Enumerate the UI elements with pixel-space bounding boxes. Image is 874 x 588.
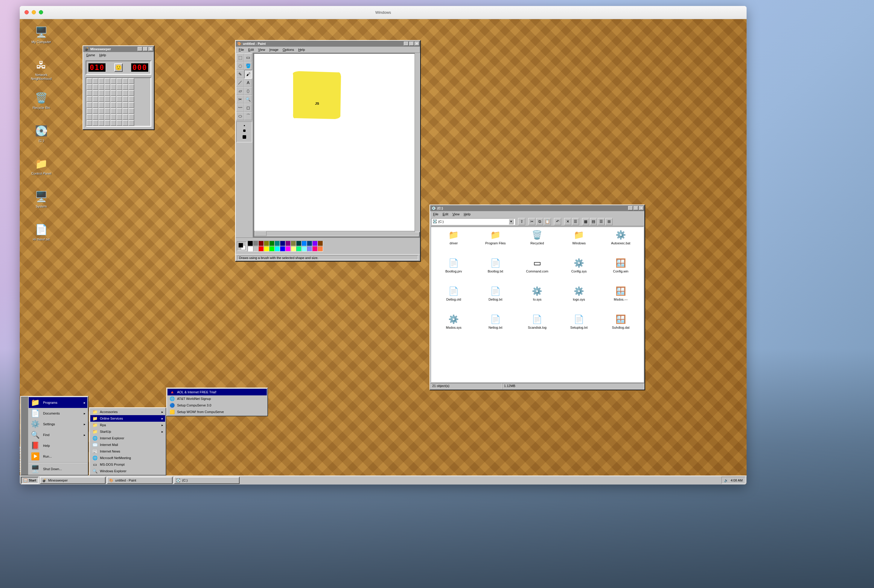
menu-options[interactable]: Options [281, 47, 296, 52]
file-item[interactable]: 📁driver [433, 230, 474, 256]
file-item[interactable]: ⚙️Config.sys [559, 258, 600, 284]
desktop-icon-network[interactable]: 🖧Network Neighborhood [26, 58, 57, 81]
palette-color[interactable] [269, 246, 274, 252]
paint-tool[interactable]: ◻ [244, 104, 252, 112]
mine-cell[interactable] [98, 108, 104, 114]
menu-view[interactable]: View [451, 212, 462, 216]
palette-color[interactable] [296, 246, 301, 252]
menu-edit[interactable]: Edit [441, 212, 450, 216]
mine-cell[interactable] [116, 90, 122, 96]
mine-cell[interactable] [110, 120, 116, 126]
mine-cell[interactable] [128, 90, 134, 96]
mine-cell[interactable] [98, 120, 104, 126]
paint-tool[interactable]: ▱ [236, 87, 244, 95]
mine-cell[interactable] [87, 78, 93, 84]
desktop-icon-system[interactable]: 🖥️System [26, 190, 57, 208]
mac-minimize-button[interactable] [32, 10, 36, 14]
submenu-item[interactable]: 📁Accessories▸ [90, 408, 165, 415]
file-item[interactable]: 📄Scandisk.log [517, 314, 558, 340]
paint-tool[interactable]: ◌ [236, 62, 244, 70]
mine-cell[interactable] [104, 108, 110, 114]
desktop-icon-control-panel[interactable]: 📁Control Panel [26, 157, 57, 176]
palette-color[interactable] [274, 241, 280, 246]
copy-button[interactable]: ⧉ [536, 218, 543, 225]
menu-game[interactable]: Game [84, 52, 97, 57]
mine-cell[interactable] [93, 78, 98, 84]
taskbar-task[interactable]: 💽(C:) [174, 477, 240, 484]
minimize-button[interactable]: _ [628, 206, 633, 210]
mine-cell[interactable] [87, 102, 93, 108]
maximize-button[interactable]: □ [143, 47, 148, 51]
mine-cell[interactable] [116, 108, 122, 114]
brush-options[interactable] [236, 122, 252, 142]
mine-cell[interactable] [104, 102, 110, 108]
mine-cell[interactable] [87, 96, 93, 102]
minesweeper-titlebar[interactable]: 💣 Minesweeper _ □ ✕ [83, 46, 154, 52]
paint-tool[interactable]: ／ [236, 78, 244, 87]
maximize-button[interactable]: □ [634, 206, 638, 210]
mine-cell[interactable] [93, 114, 98, 120]
mine-cell[interactable] [116, 120, 122, 126]
file-item[interactable]: ⚙️Msdos.sys [433, 314, 474, 340]
mine-cell[interactable] [110, 84, 116, 90]
paint-canvas[interactable]: JS [254, 54, 419, 231]
mine-cell[interactable] [87, 84, 93, 90]
large-icons-button[interactable]: ▦ [582, 218, 589, 225]
mine-cell[interactable] [98, 96, 104, 102]
submenu-item[interactable]: 🔵Setup CompuServe 3.0 [168, 402, 267, 408]
palette-color[interactable] [285, 246, 291, 252]
paint-tool[interactable]: ▭ [244, 53, 252, 62]
palette-color[interactable] [296, 241, 301, 246]
start-menu-item[interactable]: 📁Programs▸ [29, 397, 87, 408]
file-item[interactable]: 📄Bootlog.txt [475, 258, 516, 284]
address-combo[interactable]: 💽 (C:) ▾ [431, 218, 515, 225]
palette-color[interactable] [301, 241, 307, 246]
maximize-button[interactable]: □ [409, 42, 414, 46]
tray-volume-icon[interactable]: 🔊 [724, 478, 728, 482]
mine-cell[interactable] [104, 78, 110, 84]
desktop-icon-my-computer[interactable]: 🖥️My Computer [26, 25, 57, 44]
submenu-item[interactable]: 📁Online Services▸ [90, 415, 165, 422]
paint-tool[interactable]: 🔍 [244, 95, 252, 104]
mine-cell[interactable] [128, 108, 134, 114]
mine-cell[interactable] [116, 114, 122, 120]
paste-button[interactable]: 📋 [544, 218, 551, 225]
paint-tool[interactable]: A [244, 78, 252, 87]
mine-cell[interactable] [128, 96, 134, 102]
file-item[interactable]: 📄Bootlog.prv [433, 258, 474, 284]
mine-cell[interactable] [116, 84, 122, 90]
face-button[interactable]: 🙂 [114, 63, 123, 72]
close-button[interactable]: ✕ [639, 206, 644, 210]
menu-file[interactable]: File [237, 47, 246, 52]
desktop-icon-hi-there[interactable]: 📄Hi there!.txt [26, 222, 57, 242]
submenu-item[interactable]: 🔍Windows Explorer [90, 468, 165, 474]
mine-cell[interactable] [93, 108, 98, 114]
mine-cell[interactable] [98, 114, 104, 120]
submenu-item[interactable]: 🔺AOL & Internet FREE Trial! [168, 389, 267, 395]
mine-cell[interactable] [122, 102, 128, 108]
mine-cell[interactable] [116, 102, 122, 108]
file-item[interactable]: 🪟Msdos.--- [600, 286, 641, 312]
mine-cell[interactable] [128, 114, 134, 120]
mac-close-button[interactable] [24, 10, 29, 14]
mine-cell[interactable] [93, 90, 98, 96]
close-button[interactable]: ✕ [415, 42, 419, 46]
current-colors[interactable] [237, 242, 246, 251]
mine-cell[interactable] [116, 96, 122, 102]
palette-color[interactable] [318, 241, 323, 246]
mine-cell[interactable] [122, 84, 128, 90]
palette-color[interactable] [307, 241, 312, 246]
delete-button[interactable]: ✕ [564, 218, 571, 225]
taskbar-task[interactable]: 🎨untitled - Paint [107, 477, 172, 484]
submenu-item[interactable]: 📁Rpa▸ [90, 422, 165, 428]
mine-cell[interactable] [87, 120, 93, 126]
paint-tool[interactable]: ⬭ [236, 112, 244, 120]
palette-color[interactable] [269, 241, 274, 246]
submenu-item[interactable]: 📁StartUp▸ [90, 428, 165, 435]
palette-color[interactable] [280, 241, 285, 246]
minimize-button[interactable]: _ [404, 42, 409, 46]
menu-help[interactable]: Help [297, 47, 307, 52]
file-item[interactable]: ▭Command.com [517, 258, 558, 284]
list-button[interactable]: ☰ [598, 218, 605, 225]
mine-cell[interactable] [98, 78, 104, 84]
